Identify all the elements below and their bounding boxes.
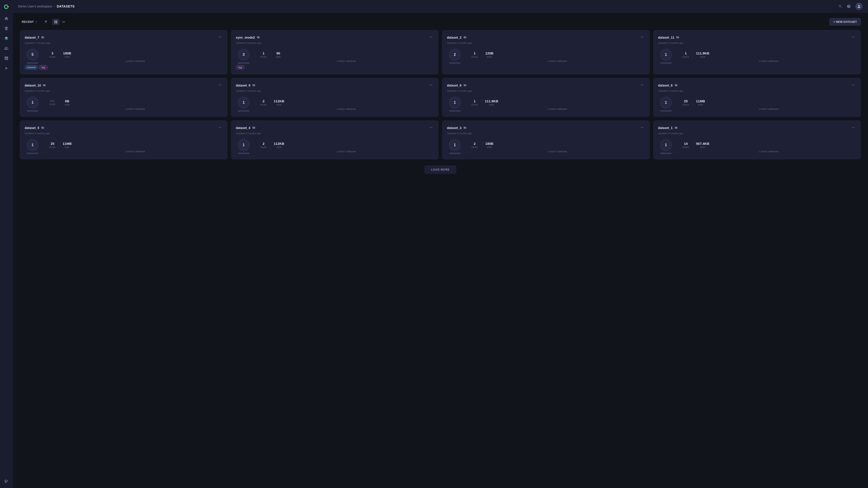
sidebar-item-models[interactable]: [2, 24, 10, 33]
card-menu-button[interactable]: [428, 35, 434, 40]
tag-tag[interactable]: tag: [236, 65, 245, 70]
stat-files: 1 FILES: [259, 51, 268, 58]
card-menu-button[interactable]: [428, 83, 434, 88]
grid-view-button[interactable]: [52, 19, 59, 25]
card-updated: Updated 3 months ago: [447, 41, 645, 44]
card-menu-button[interactable]: [640, 35, 645, 40]
stat-files: N/A FILES: [48, 100, 57, 105]
help-button[interactable]: [847, 4, 851, 8]
latest-inner: 2 FILES 112KB SIZE: [259, 98, 434, 107]
card-menu-button[interactable]: [850, 83, 856, 88]
card-header: dataset_10: [25, 83, 223, 88]
latest-section: 25 FILES 11MB SIZE LATEST VERSION: [681, 98, 856, 110]
dataset-card[interactable]: dataset_1 Updated 3 months ago 1 VERSION…: [653, 121, 861, 159]
new-dataset-button[interactable]: + NEW DATASET: [829, 18, 861, 26]
dataset-card[interactable]: dataset_7 Updated 7 minutes ago 5 VERSIO…: [20, 30, 227, 74]
tag-newest[interactable]: newest: [25, 65, 38, 70]
card-updated: Updated 7 minutes ago: [25, 41, 223, 44]
tag-tag[interactable]: tag: [39, 65, 48, 70]
dataset-card[interactable]: dataset_5 Updated 3 months ago 1 VERSION…: [20, 121, 227, 159]
search-button[interactable]: [838, 4, 842, 8]
load-more-section: LOAD MORE: [20, 166, 861, 174]
dataset-card[interactable]: dataset_6 Updated 3 months ago 1 VERSION…: [653, 78, 861, 117]
sidebar-item-layers[interactable]: [2, 34, 10, 42]
latest-label: LATEST VERSION: [48, 108, 223, 110]
card-title-row: dataset_5: [25, 126, 44, 130]
files-label: FILES: [683, 146, 689, 149]
dataset-card[interactable]: dataset_11 Updated 3 months ago 1 VERSIO…: [653, 30, 861, 74]
stat-files-value: 25: [51, 142, 55, 146]
files-label: FILES: [471, 146, 478, 149]
versions-label: VERSIONS: [27, 110, 38, 112]
versions-label: VERSIONS: [449, 110, 461, 112]
versions-section: 2 VERSIONS: [447, 49, 463, 64]
sidebar-item-reports[interactable]: [2, 54, 10, 62]
latest-label: LATEST VERSION: [681, 108, 856, 110]
size-value: 11MB: [696, 99, 705, 103]
stat-files-na: N/A: [50, 100, 55, 103]
filter-button[interactable]: [42, 19, 50, 25]
card-menu-button[interactable]: [428, 125, 434, 131]
card-title: dataset_7: [25, 36, 39, 39]
page-title: DATASETS: [57, 4, 74, 8]
dataset-card[interactable]: sync_mode2 Updated 8 minutes ago 3 VERSI…: [231, 30, 438, 74]
card-updated: Updated 3 months ago: [658, 90, 856, 92]
card-updated: Updated 3 months ago: [447, 90, 645, 92]
recent-filter-button[interactable]: RECENT: [20, 19, 39, 25]
size-value: 112KB: [274, 99, 284, 103]
dataset-card[interactable]: dataset_10 Updated 3 months ago 1 VERSIO…: [20, 78, 227, 117]
card-stats-row: 1 VERSIONS 25 FILES 11MB SIZE: [658, 97, 856, 112]
sidebar-item-pipelines[interactable]: [2, 44, 10, 53]
app-logo[interactable]: [2, 3, 10, 11]
card-title-row: dataset_4: [236, 126, 255, 130]
card-menu-button[interactable]: [217, 125, 223, 131]
latest-inner: 1 FILES 111.9KB SIZE: [681, 51, 856, 59]
size-value: 120B: [485, 51, 493, 55]
versions-section: 1 VERSIONS: [658, 97, 674, 112]
dataset-card[interactable]: dataset_4 Updated 3 months ago 1 VERSION…: [231, 121, 438, 159]
list-view-button[interactable]: [60, 19, 67, 25]
user-avatar[interactable]: [855, 3, 863, 10]
sidebar-item-slack[interactable]: [2, 477, 10, 485]
sidebar-item-home[interactable]: [2, 14, 10, 23]
folder-icon: [252, 126, 255, 130]
versions-section: 1 VERSIONS: [236, 97, 252, 112]
card-title: dataset_2: [447, 36, 462, 39]
files-label: FILES: [49, 146, 56, 149]
workspace-link[interactable]: Demo User's workspace: [18, 4, 52, 8]
dataset-card[interactable]: dataset_2 Updated 3 months ago 2 VERSION…: [442, 30, 650, 74]
versions-label: VERSIONS: [238, 152, 250, 155]
latest-inner: 2 FILES 112KB SIZE: [259, 141, 434, 149]
latest-label: LATEST VERSION: [259, 151, 434, 153]
latest-label: LATEST VERSION: [681, 151, 856, 153]
load-more-button[interactable]: LOAD MORE: [425, 166, 456, 174]
card-header: dataset_8: [447, 83, 645, 88]
card-header: dataset_3: [447, 125, 645, 131]
versions-section: 1 VERSIONS: [25, 97, 40, 112]
versions-label: VERSIONS: [27, 62, 38, 64]
stat-files-value: 2: [263, 99, 265, 103]
card-menu-button[interactable]: [850, 125, 856, 131]
card-menu-button[interactable]: [217, 35, 223, 40]
card-title: dataset_11: [658, 36, 674, 39]
card-stats-row: 1 VERSIONS N/A FILES 0B SIZE: [25, 97, 223, 112]
dataset-card[interactable]: dataset_3 Updated 3 months ago 1 VERSION…: [442, 121, 650, 159]
card-updated: Updated 3 months ago: [25, 132, 223, 135]
card-menu-button[interactable]: [640, 125, 645, 131]
sidebar-item-deploy[interactable]: [2, 64, 10, 72]
versions-section: 1 VERSIONS: [658, 139, 674, 155]
card-menu-button[interactable]: [640, 83, 645, 88]
folder-icon: [41, 36, 44, 39]
stat-divider: [60, 51, 60, 59]
card-menu-button[interactable]: [850, 35, 856, 40]
stat-files: 25 FILES: [48, 142, 57, 149]
size-label: SIZE: [276, 146, 281, 149]
dataset-card[interactable]: dataset_8 Updated 3 months ago 1 VERSION…: [442, 78, 650, 117]
latest-inner: 1 FILES 111.9KB SIZE: [470, 98, 645, 107]
card-header: dataset_6: [658, 83, 856, 88]
versions-circle: 2: [449, 49, 461, 61]
card-menu-button[interactable]: [217, 83, 223, 88]
dataset-card[interactable]: dataset_9 Updated 3 months ago 1 VERSION…: [231, 78, 438, 117]
sidebar: [0, 0, 13, 488]
card-updated: Updated 3 months ago: [658, 41, 856, 44]
